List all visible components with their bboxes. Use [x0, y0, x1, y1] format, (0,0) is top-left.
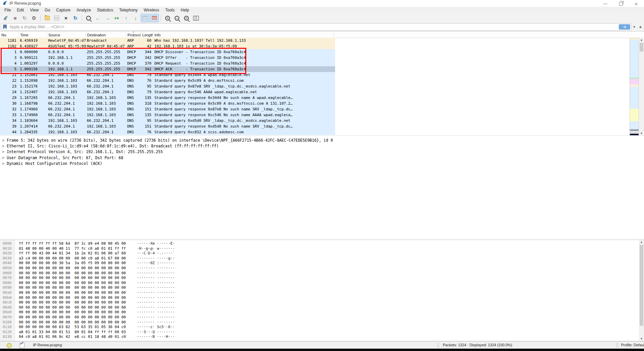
go-back-icon[interactable]: ← [94, 14, 102, 22]
packet-row-24[interactable]: 241.152407192.168.1.10366.232.204.1DNS79… [0, 89, 335, 95]
expand-chevron-icon[interactable]: > [2, 161, 7, 167]
go-forward-icon[interactable]: → [103, 14, 112, 22]
reload-file-icon[interactable]: ↻ [71, 14, 80, 22]
intelligent-scrollbar-minimap[interactable] [630, 38, 639, 136]
menu-go[interactable]: Go [42, 7, 53, 13]
display-filter-field[interactable]: ➜ [1, 23, 632, 31]
menu-capture[interactable]: Capture [53, 7, 74, 13]
expand-chevron-icon[interactable]: > [2, 138, 7, 143]
menu-view[interactable]: View [27, 7, 42, 13]
open-file-icon[interactable] [43, 14, 51, 22]
scroll-up-icon[interactable]: ▲ [639, 38, 644, 42]
packet-row-29[interactable]: 291.16726566.232.204.1192.168.1.103DNS13… [0, 95, 335, 101]
hex-row-0000[interactable]: 0000ff ff ff ff ff ff 58 6d 8f 1c d9 e4 … [0, 241, 644, 246]
detail-row[interactable]: >User Datagram Protocol, Src Port: 67, D… [0, 155, 644, 161]
go-first-packet-icon[interactable]: ↑ [122, 14, 131, 22]
column-header-destination[interactable]: Destination [86, 32, 126, 38]
hex-row-0100[interactable]: 010000 00 00 00 00 00 00 00 00 00 00 00 … [0, 320, 644, 325]
scroll-thumb[interactable] [640, 43, 643, 51]
expert-info-icon[interactable] [7, 343, 12, 348]
close-file-icon[interactable]: × [62, 14, 70, 22]
detail-row[interactable]: >Dynamic Host Configuration Protocol (AC… [0, 161, 644, 167]
capture-comment-icon[interactable] [20, 343, 25, 348]
hex-row-0010[interactable]: 001001 48 00 00 40 00 40 11 77 fc c0 a8 … [0, 246, 644, 251]
capture-options-icon[interactable]: ⚙ [30, 14, 38, 22]
save-file-icon[interactable]: 010 [52, 14, 61, 22]
hex-row-00b0[interactable]: 00b000 00 00 00 00 00 00 00 00 00 00 00 … [0, 295, 644, 301]
zoom-100-icon[interactable]: = [182, 14, 191, 22]
column-header-protocol[interactable]: Protocol^ [126, 32, 141, 38]
packet-row-44[interactable]: 441.284335192.168.1.10366.232.204.1DNS76… [0, 129, 335, 135]
hex-row-0060[interactable]: 006000 00 00 00 00 00 00 00 00 00 00 00 … [0, 271, 644, 276]
menu-telephony[interactable]: Telephony [116, 7, 141, 13]
expand-chevron-icon[interactable]: > [2, 143, 7, 149]
apply-filter-button[interactable]: ➜ [619, 24, 630, 30]
hex-row-0130[interactable]: 013004 c0 a8 01 01 06 0c 42 e8 cc 01 18 … [0, 335, 644, 340]
packet-row-34[interactable]: 341.183604192.168.1.10366.232.204.1DNS95… [0, 118, 335, 124]
column-header-length[interactable]: Length [141, 32, 153, 38]
hex-row-0020[interactable]: 0020ff ff 00 43 00 44 01 34 1b 2e 02 01 … [0, 251, 644, 256]
detail-row[interactable]: >Frame 5: 342 bytes on wire (2736 bits),… [0, 138, 644, 143]
go-last-packet-icon[interactable]: ↓ [131, 14, 140, 22]
colorize-icon[interactable] [150, 14, 159, 22]
packet-row-3[interactable]: 30.999121192.168.1.1255.255.255.255DHCP3… [0, 55, 335, 61]
hex-row-0110[interactable]: 011000 00 00 00 00 00 63 82 53 63 35 01 … [0, 325, 644, 330]
expand-chevron-icon[interactable]: > [2, 155, 7, 161]
menu-help[interactable]: Help [178, 7, 192, 13]
stop-capture-icon[interactable]: ■ [11, 14, 20, 22]
menu-tools[interactable]: Tools [162, 7, 178, 13]
menu-edit[interactable]: Edit [14, 7, 27, 13]
packet-row-1[interactable]: 10.0000000.0.0.0255.255.255.255DHCP344DH… [0, 49, 335, 55]
filter-bookmark-icon[interactable] [3, 25, 7, 29]
column-header-info[interactable]: Info [153, 32, 334, 38]
scroll-down-icon[interactable]: ▼ [639, 337, 644, 341]
hex-row-0030[interactable]: 0030a3 c4 00 00 00 00 00 00 00 00 c0 a8 … [0, 256, 644, 261]
restart-capture-icon[interactable]: ↻ [20, 14, 29, 22]
go-to-packet-icon[interactable]: ↦ [112, 14, 121, 22]
start-capture-icon[interactable] [1, 14, 10, 22]
expand-chevron-icon[interactable]: > [2, 149, 7, 155]
packet-row-30[interactable]: 301.16879866.232.204.1192.168.1.103DNS31… [0, 101, 335, 106]
hex-row-00f0[interactable]: 00f000 00 00 00 00 00 00 00 00 00 00 00 … [0, 315, 644, 320]
restore-button[interactable] [613, 0, 629, 7]
menu-statistics[interactable]: Statistics [94, 7, 116, 13]
packet-row-21[interactable]: 211.152061192.168.1.10366.232.204.1DNS79… [0, 72, 335, 78]
packet-row-1182[interactable]: 11826.436927ASUSTekC_05:f5:09HewlettP_0d… [0, 43, 335, 49]
hex-row-0070[interactable]: 007000 00 00 00 00 00 00 00 00 00 00 00 … [0, 276, 644, 281]
packet-row-4[interactable]: 41.0032970.0.0.0255.255.255.255DHCP370DH… [0, 61, 335, 66]
packet-row-5[interactable]: 51.009156192.168.1.1255.255.255.255DHCP3… [0, 66, 335, 72]
column-header-no[interactable]: No. [0, 32, 19, 38]
detail-row[interactable]: >Ethernet II, Src: Cisco-Li_1c:d9:e4 (58… [0, 143, 644, 149]
zoom-in-icon[interactable]: + [163, 14, 172, 22]
packet-row-1181[interactable]: 11816.436919HewlettP_0d:45:d7BroadcastAR… [0, 38, 335, 43]
filter-add-button[interactable]: + [638, 23, 643, 30]
packet-list-scrollbar[interactable]: ▲ ▼ [639, 38, 644, 136]
hex-scrollbar[interactable]: ▲ ▼ [639, 240, 644, 341]
packet-row-39[interactable]: 391.20741466.232.204.1192.168.1.103DNS15… [0, 124, 335, 129]
scroll-thumb[interactable] [640, 245, 643, 326]
hex-row-00c0[interactable]: 00c000 00 00 00 00 00 00 00 00 00 00 00 … [0, 300, 644, 305]
hex-row-0050[interactable]: 005000 00 00 00 00 00 00 00 00 00 00 00 … [0, 266, 644, 271]
auto-scroll-icon[interactable] [141, 14, 149, 22]
column-header-time[interactable]: Time [19, 32, 47, 38]
status-profile[interactable]: Profile: Default [621, 343, 644, 347]
hex-row-00e0[interactable]: 00e000 00 00 00 00 00 00 00 00 00 00 00 … [0, 310, 644, 315]
menu-wireless[interactable]: Wireless [141, 7, 162, 13]
filter-dropdown-caret[interactable]: ▼ [632, 24, 637, 30]
close-button[interactable]: × [629, 0, 644, 7]
packet-row-22[interactable]: 221.152098192.168.1.10366.232.204.1DNS76… [0, 78, 335, 83]
scroll-up-icon[interactable]: ▲ [639, 240, 644, 244]
detail-row[interactable]: >Internet Protocol Version 4, Src: 192.1… [0, 149, 644, 155]
hex-row-0080[interactable]: 008000 00 00 00 00 00 00 00 00 00 00 00 … [0, 281, 644, 286]
find-packet-icon[interactable] [84, 14, 93, 22]
packet-row-23[interactable]: 231.152176192.168.1.10366.232.204.1DNS95… [0, 83, 335, 89]
hex-row-0090[interactable]: 009000 00 00 00 00 00 00 00 00 00 00 00 … [0, 285, 644, 290]
minimize-button[interactable]: — [598, 0, 613, 7]
hex-row-0120[interactable]: 0120a8 01 01 33 04 00 01 51 80 01 04 ff … [0, 330, 644, 335]
hex-row-00a0[interactable]: 00a000 00 00 00 00 00 00 00 00 00 00 00 … [0, 290, 644, 295]
zoom-out-icon[interactable]: − [173, 14, 181, 22]
hex-row-00d0[interactable]: 00d000 00 00 00 00 00 00 00 00 00 00 00 … [0, 305, 644, 310]
display-filter-input[interactable] [9, 24, 619, 30]
hex-row-0040[interactable]: 004000 00 00 00 00 00 30 5a 3a 05 f5 09 … [0, 261, 644, 266]
resize-columns-icon[interactable] [191, 14, 200, 22]
